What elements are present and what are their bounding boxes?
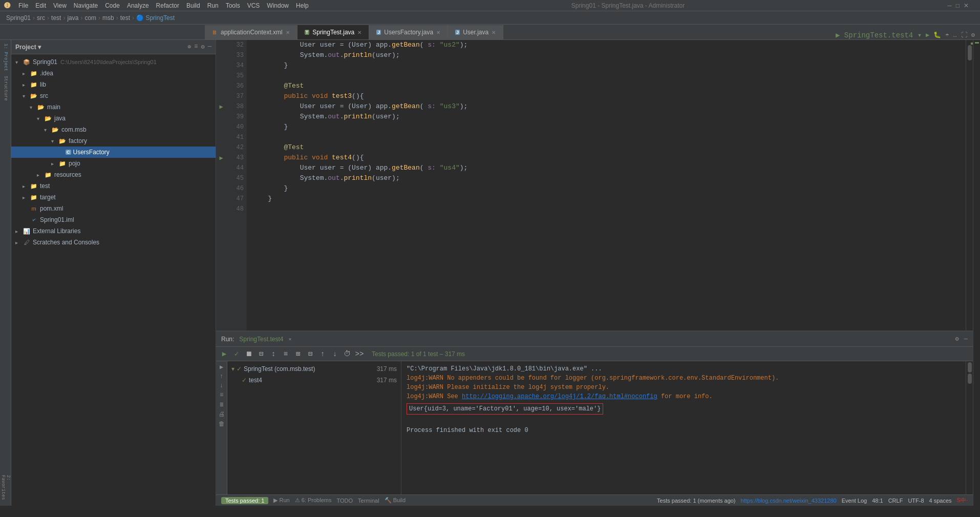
run-up-btn[interactable]: ↑ <box>317 349 328 359</box>
settings-btn-header[interactable]: ⚙ <box>971 31 975 39</box>
tree-arrow-test[interactable]: ▸ <box>23 183 30 189</box>
run-icon-status[interactable]: ▶ Run <box>273 497 289 504</box>
menu-vcs[interactable]: VCS <box>247 2 260 9</box>
run-collapse-btn[interactable]: ⊟ <box>305 349 315 359</box>
run-gutter-37[interactable]: ▶ <box>216 101 226 112</box>
tree-arrow-idea[interactable]: ▸ <box>23 71 30 76</box>
tree-arrow-pojo[interactable]: ▸ <box>51 161 58 167</box>
run-clock-btn[interactable]: ⏱ <box>342 349 352 359</box>
breadcrumb-test[interactable]: test <box>51 14 61 22</box>
tree-item-src[interactable]: ▾ 📂 src <box>11 90 216 101</box>
run-minimize-icon[interactable]: ─ <box>964 336 968 343</box>
run-sort2-btn[interactable]: ≡ <box>281 349 291 359</box>
menu-build[interactable]: Build <box>186 2 200 9</box>
tree-arrow-lib[interactable]: ▸ <box>23 82 30 88</box>
breadcrumb-springtest[interactable]: 🔵 SpringTest <box>136 14 175 22</box>
run-gutter-43[interactable]: ▶ <box>216 153 226 163</box>
tree-arrow-resources[interactable]: ▸ <box>37 172 44 178</box>
left-tab-structure[interactable]: Structure <box>1 73 11 104</box>
run-output-console[interactable]: "C:\Program Files\Java\jdk1.8.0_181\bin\… <box>401 361 966 494</box>
output-scrollbar[interactable] <box>966 361 973 494</box>
run-config-dropdown[interactable]: ▶ SpringTest.test4 ▾ <box>836 31 922 39</box>
sidebar-locate-icon[interactable]: ⊕ <box>187 43 191 51</box>
fullscreen-btn[interactable]: ⛶ <box>961 31 967 39</box>
run-left-btn-4[interactable]: ≡ <box>220 391 223 399</box>
tree-item-pojo[interactable]: ▸ 📁 pojo <box>11 158 216 169</box>
sidebar-close-icon[interactable]: ─ <box>208 43 211 51</box>
tree-item-scratches[interactable]: ▸ 🖊 Scratches and Consoles <box>11 237 216 248</box>
tab-applicationcontext[interactable]: 🗎 applicationContext.xml ✕ <box>205 25 297 39</box>
status-csdn-url[interactable]: https://blog.csdn.net/weixin_43321280 <box>741 498 837 504</box>
maximize-btn[interactable]: □ <box>956 2 960 9</box>
tree-arrow-factory[interactable]: ▾ <box>51 138 58 144</box>
tree-item-iml[interactable]: ▸ 🗸 Spring01.iml <box>11 214 216 225</box>
test-pass-badge[interactable]: Tests passed: 1 <box>221 497 268 504</box>
tab-springtest[interactable]: T SpringTest.java ✕ <box>297 25 370 39</box>
problems-icon-status[interactable]: ⚠ 6: Problems <box>295 497 332 504</box>
tree-item-extlibs[interactable]: ▸ 📊 External Libraries <box>11 225 216 237</box>
left-tab-project[interactable]: 1: Project <box>1 42 11 73</box>
breadcrumb-src[interactable]: src <box>37 14 45 22</box>
run-left-btn-7[interactable]: 🗑 <box>219 420 225 428</box>
run-play-btn[interactable]: ▶ <box>219 349 229 359</box>
run-sort-btn[interactable]: ↕ <box>268 349 279 359</box>
close-btn[interactable]: ✕ <box>964 2 969 9</box>
tree-arrow-scratches[interactable]: ▸ <box>15 240 23 245</box>
menu-view[interactable]: View <box>53 2 67 9</box>
run-tab-close[interactable]: ✕ <box>288 336 291 342</box>
tree-item-resources[interactable]: ▸ 📁 resources <box>11 169 216 180</box>
tree-item-main[interactable]: ▾ 📂 main <box>11 101 216 113</box>
todo-icon-status[interactable]: TODO <box>336 498 353 504</box>
menu-code[interactable]: Code <box>105 2 120 9</box>
terminal-icon-status[interactable]: Terminal <box>358 498 379 504</box>
breadcrumb-com[interactable]: com <box>84 14 96 22</box>
run-stop-btn[interactable]: ⏹ <box>244 349 254 359</box>
run-down-btn[interactable]: ↓ <box>330 349 340 359</box>
tree-arrow-src[interactable]: ▾ <box>23 93 30 99</box>
tree-item-pom[interactable]: ▸ m pom.xml <box>11 203 216 214</box>
coverage-btn-header[interactable]: ☂ <box>945 31 949 39</box>
breadcrumb-test2[interactable]: test <box>120 14 130 22</box>
output-scroll-thumb[interactable] <box>968 362 972 373</box>
tab-close-xml[interactable]: ✕ <box>286 30 290 35</box>
menu-help[interactable]: Help <box>296 2 309 9</box>
tree-arrow-com-msb[interactable]: ▾ <box>44 127 51 133</box>
breadcrumb-msb[interactable]: msb <box>102 14 114 22</box>
tree-arrow-target[interactable]: ▸ <box>23 195 30 200</box>
run-tree-springtest[interactable]: ▾ ✓ SpringTest (com.msb.test) 317 ms <box>229 363 399 375</box>
status-eventlog[interactable]: Event Log <box>842 498 867 504</box>
tab-usersfactory[interactable]: J UsersFactory.java ✕ <box>369 25 448 39</box>
tree-item-target[interactable]: ▸ 📁 target <box>11 192 216 203</box>
run-rerun-btn[interactable]: ✓ <box>231 349 242 359</box>
run-settings-icon[interactable]: ⚙ <box>955 335 959 343</box>
tree-item-java-folder[interactable]: ▾ 📂 java <box>11 113 216 124</box>
tree-item-idea[interactable]: ▸ 📁 .idea <box>11 68 216 79</box>
more-actions-header[interactable]: … <box>953 32 957 39</box>
tree-item-usersfactory[interactable]: ▸ C UsersFactory <box>11 147 216 158</box>
menu-refactor[interactable]: Refactor <box>156 2 179 9</box>
debug-btn-header[interactable]: 🐛 <box>933 31 941 39</box>
run-tree-test4[interactable]: ✓ test4 317 ms <box>229 375 399 386</box>
menu-file[interactable]: File <box>18 2 28 9</box>
menu-run[interactable]: Run <box>207 2 219 9</box>
menu-tools[interactable]: Tools <box>226 2 240 9</box>
tab-close-springtest[interactable]: ✕ <box>357 30 361 35</box>
build-icon-status[interactable]: 🔨 Build <box>385 497 406 504</box>
tree-item-test[interactable]: ▸ 📁 test <box>11 180 216 192</box>
sidebar-collapse-icon[interactable]: ≡ <box>194 43 198 51</box>
tree-arrow-extlibs[interactable]: ▸ <box>15 229 23 234</box>
tree-arrow-main[interactable]: ▾ <box>30 105 37 110</box>
tree-arrow-spring01[interactable]: ▾ <box>15 59 23 65</box>
run-left-btn-1[interactable]: ▶ <box>220 363 223 371</box>
run-btn-header[interactable]: ▶ <box>926 31 929 39</box>
tree-item-factory[interactable]: ▾ 📂 factory <box>11 135 216 147</box>
status-linesep[interactable]: CRLF <box>888 498 903 504</box>
run-left-btn-5[interactable]: ≣ <box>220 401 223 408</box>
breadcrumb-spring01[interactable]: Spring01 <box>6 14 31 22</box>
run-filter-btn[interactable]: ⊟ <box>256 349 266 359</box>
run-expand-btn[interactable]: ⊞ <box>293 349 303 359</box>
code-area[interactable]: User user = (User) app.getBean( s: "us2"… <box>247 40 966 330</box>
menu-window[interactable]: Window <box>267 2 289 9</box>
scroll-thumb[interactable] <box>968 45 972 60</box>
tab-close-usersfactory[interactable]: ✕ <box>436 30 440 35</box>
